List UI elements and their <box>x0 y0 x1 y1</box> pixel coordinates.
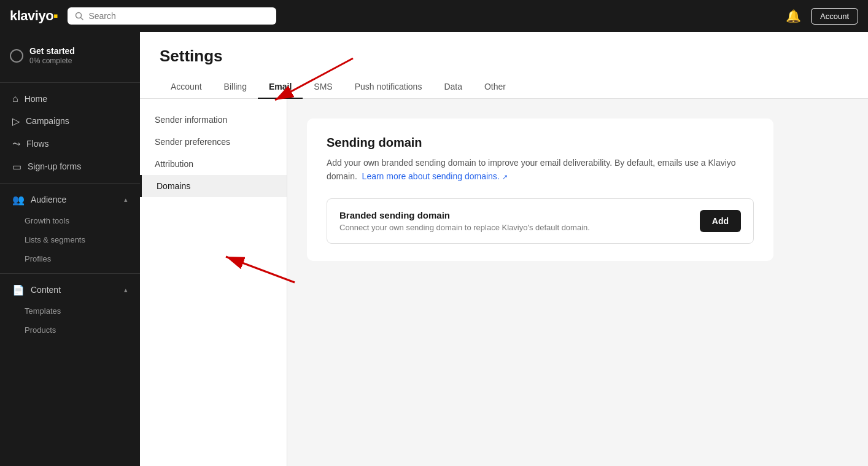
settings-header: Settings Account Billing Email SMS Push … <box>140 32 868 99</box>
sidebar-item-content[interactable]: 📄 Content ▴ <box>2 279 138 301</box>
account-button[interactable]: Account <box>811 8 858 25</box>
search-icon <box>75 12 83 20</box>
sidebar-item-flows[interactable]: ⤳ Flows <box>2 133 138 155</box>
left-nav-domains[interactable]: Domains <box>140 175 287 197</box>
sidebar-divider-3 <box>0 273 140 274</box>
sidebar-label-content: Content <box>31 285 118 295</box>
sidebar-item-campaigns[interactable]: ▷ Campaigns <box>2 110 138 133</box>
left-nav-sender-info[interactable]: Sender information <box>140 109 287 131</box>
sidebar-item-profiles[interactable]: Profiles <box>0 249 140 268</box>
get-started-section[interactable]: Get started 0% complete <box>0 39 140 72</box>
sidebar-label-flows: Flows <box>26 139 128 149</box>
content-area: Settings Account Billing Email SMS Push … <box>140 32 868 466</box>
branded-domain-box: Branded sending domain Connect your own … <box>327 198 754 244</box>
home-icon: ⌂ <box>12 93 18 104</box>
tab-data[interactable]: Data <box>433 76 473 99</box>
sidebar: Get started 0% complete ⌂ Home ▷ Campaig… <box>0 32 140 466</box>
klaviyo-logo: klaviyo▪ <box>10 8 58 24</box>
content-icon: 📄 <box>12 284 25 296</box>
search-input[interactable] <box>88 11 269 21</box>
branded-domain-title: Branded sending domain <box>339 210 590 220</box>
email-settings-nav: Sender information Sender preferences At… <box>140 99 287 466</box>
audience-icon: 👥 <box>12 194 25 206</box>
tab-other[interactable]: Other <box>473 76 517 99</box>
signup-forms-icon: ▭ <box>12 161 21 173</box>
sending-domain-card: Sending domain Add your own branded send… <box>307 118 773 261</box>
audience-chevron-icon: ▴ <box>124 196 128 204</box>
main-content-area: Sending domain Add your own branded send… <box>287 99 868 466</box>
content-chevron-icon: ▴ <box>124 286 128 294</box>
page-title: Settings <box>160 47 848 66</box>
settings-body: Sender information Sender preferences At… <box>140 99 868 466</box>
get-started-title: Get started <box>29 45 75 56</box>
main-layout: Get started 0% complete ⌂ Home ▷ Campaig… <box>0 32 868 466</box>
sidebar-item-audience[interactable]: 👥 Audience ▴ <box>2 188 138 211</box>
tab-email[interactable]: Email <box>258 76 303 99</box>
sidebar-label-home: Home <box>25 94 128 104</box>
campaigns-icon: ▷ <box>12 115 20 127</box>
left-nav-sender-prefs[interactable]: Sender preferences <box>140 131 287 153</box>
add-domain-button[interactable]: Add <box>700 210 741 232</box>
left-nav-attribution[interactable]: Attribution <box>140 153 287 175</box>
branded-domain-subtitle: Connect your own sending domain to repla… <box>339 223 590 232</box>
sidebar-item-signup-forms[interactable]: ▭ Sign-up forms <box>2 155 138 178</box>
tab-sms[interactable]: SMS <box>303 76 343 99</box>
sidebar-item-products[interactable]: Products <box>0 320 140 340</box>
sending-domain-description: Add your own branded sending domain to i… <box>327 156 754 184</box>
notification-bell-icon[interactable]: 🔔 <box>786 9 801 23</box>
tab-push-notifications[interactable]: Push notifications <box>344 76 433 99</box>
learn-more-link[interactable]: Learn more about sending domains. <box>362 171 500 181</box>
sidebar-divider-2 <box>0 183 140 184</box>
settings-tabs: Account Billing Email SMS Push notificat… <box>160 76 848 98</box>
sidebar-label-signup-forms: Sign-up forms <box>28 161 128 171</box>
sidebar-label-audience: Audience <box>31 195 118 204</box>
sidebar-label-campaigns: Campaigns <box>26 116 128 126</box>
progress-circle-icon <box>10 49 23 63</box>
get-started-subtitle: 0% complete <box>29 56 75 66</box>
sidebar-divider-1 <box>0 82 140 83</box>
sending-domain-title: Sending domain <box>327 136 754 150</box>
sidebar-item-home[interactable]: ⌂ Home <box>2 88 138 110</box>
sidebar-item-growth-tools[interactable]: Growth tools <box>0 211 140 230</box>
tab-account[interactable]: Account <box>160 76 213 99</box>
external-link-icon: ↗ <box>502 173 508 181</box>
top-navigation: klaviyo▪ 🔔 Account <box>0 0 868 32</box>
search-bar[interactable] <box>68 7 276 25</box>
flows-icon: ⤳ <box>12 138 20 150</box>
tab-billing[interactable]: Billing <box>213 76 258 99</box>
sidebar-item-lists-segments[interactable]: Lists & segments <box>0 230 140 249</box>
svg-line-1 <box>81 18 83 20</box>
sidebar-item-templates[interactable]: Templates <box>0 301 140 320</box>
